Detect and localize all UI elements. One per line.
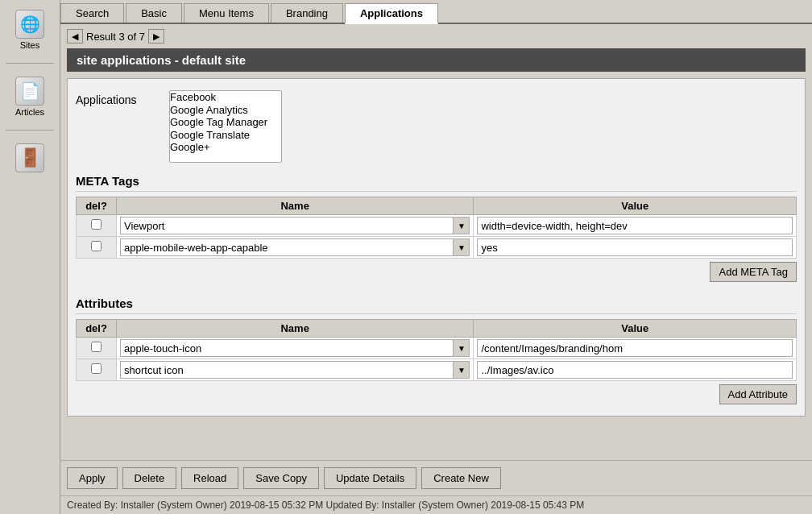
add-meta-tag-button[interactable]: Add META Tag xyxy=(710,262,797,282)
attr-row2-name-input[interactable] xyxy=(120,361,454,379)
sidebar-divider-1 xyxy=(6,63,54,64)
meta-row2-dropdown-btn[interactable]: ▼ xyxy=(454,238,470,256)
app-option-google-analytics[interactable]: Google Analytics xyxy=(170,104,281,117)
sidebar-sites-label: Sites xyxy=(20,40,39,50)
result-nav: ◀ Result 3 of 7 ▶ xyxy=(60,24,812,48)
meta-row2-name-wrapper: ▼ xyxy=(120,238,470,256)
attr-row2-dropdown-btn[interactable]: ▼ xyxy=(454,361,470,379)
applications-panel: Applications Facebook Google Analytics G… xyxy=(67,78,806,417)
add-attribute-row: Add Attribute xyxy=(76,381,797,408)
table-row: ▼ xyxy=(77,237,797,259)
footer-text: Created By: Installer (System Owner) 201… xyxy=(67,499,584,511)
app-option-facebook[interactable]: Facebook xyxy=(170,91,281,104)
attributes-heading: Attributes xyxy=(76,292,797,314)
sidebar-articles-label: Articles xyxy=(15,107,44,117)
attr-row1-dropdown-btn[interactable]: ▼ xyxy=(454,339,470,357)
meta-row2-value-input[interactable] xyxy=(477,238,793,256)
meta-row2-name-input[interactable] xyxy=(120,238,454,256)
attr-row1-checkbox[interactable] xyxy=(91,342,102,352)
table-row: ▼ xyxy=(77,359,797,381)
reload-button[interactable]: Reload xyxy=(181,467,238,489)
attr-row1-del xyxy=(77,338,117,359)
meta-col-value: Value xyxy=(474,197,797,215)
meta-row1-value-input[interactable] xyxy=(477,217,793,234)
exit-icon: 🚪 xyxy=(15,143,44,172)
meta-row1-name-wrapper: ▼ xyxy=(120,217,470,234)
meta-col-name: Name xyxy=(117,197,474,215)
update-details-button[interactable]: Update Details xyxy=(324,467,416,489)
main-area: Search Basic Menu Items Branding Applica… xyxy=(60,0,812,514)
attr-col-value: Value xyxy=(474,320,797,338)
attributes-section: Attributes del? Name Value xyxy=(76,292,797,408)
tab-menu-items[interactable]: Menu Items xyxy=(184,3,269,23)
attr-row2-del xyxy=(77,359,117,381)
app-option-google-translate[interactable]: Google Translate xyxy=(170,129,281,142)
sidebar-item-articles[interactable]: 📄 Articles xyxy=(4,73,56,120)
attr-row2-checkbox[interactable] xyxy=(91,363,102,374)
meta-row2-value-cell xyxy=(474,237,797,259)
footer: Created By: Installer (System Owner) 201… xyxy=(60,495,812,514)
attr-row1-value-input[interactable] xyxy=(477,339,793,357)
tab-basic[interactable]: Basic xyxy=(126,3,182,23)
attr-row1-value-cell xyxy=(474,338,797,359)
meta-row1-del xyxy=(77,215,117,237)
app-option-google-plus[interactable]: Google+ xyxy=(170,141,281,154)
sites-icon: 🌐 xyxy=(15,10,44,39)
attr-row2-name-cell: ▼ xyxy=(117,359,474,381)
tab-applications[interactable]: Applications xyxy=(345,3,438,24)
meta-row1-dropdown-btn[interactable]: ▼ xyxy=(454,217,470,234)
result-count: Result 3 of 7 xyxy=(86,31,145,43)
articles-icon: 📄 xyxy=(15,77,44,106)
table-row: ▼ xyxy=(77,338,797,359)
page-title: site applications - default site xyxy=(67,48,806,72)
attributes-table: del? Name Value ▼ xyxy=(76,319,797,381)
table-row: ▼ xyxy=(77,215,797,237)
add-meta-tag-row: Add META Tag xyxy=(76,259,797,285)
attr-col-del: del? xyxy=(77,320,117,338)
prev-button[interactable]: ◀ xyxy=(67,29,83,44)
attr-row1-name-cell: ▼ xyxy=(117,338,474,359)
create-new-button[interactable]: Create New xyxy=(421,467,501,489)
save-copy-button[interactable]: Save Copy xyxy=(243,467,319,489)
meta-row1-checkbox[interactable] xyxy=(91,219,102,230)
attr-col-name: Name xyxy=(117,320,474,338)
applications-row: Applications Facebook Google Analytics G… xyxy=(76,87,797,169)
meta-row2-name-cell: ▼ xyxy=(117,237,474,259)
attr-row2-name-wrapper: ▼ xyxy=(120,361,470,379)
app-option-google-tag-manager[interactable]: Google Tag Manager xyxy=(170,116,281,129)
sidebar-item-sites[interactable]: 🌐 Sites xyxy=(4,6,56,53)
sidebar-item-exit[interactable]: 🚪 xyxy=(4,140,56,176)
meta-tags-heading: META Tags xyxy=(76,169,797,192)
sidebar-divider-2 xyxy=(6,130,54,131)
sidebar: 🌐 Sites 📄 Articles 🚪 xyxy=(0,0,60,514)
meta-row1-value-cell xyxy=(474,215,797,237)
meta-row2-checkbox[interactable] xyxy=(91,241,102,251)
applications-listbox[interactable]: Facebook Google Analytics Google Tag Man… xyxy=(169,90,282,163)
meta-row1-name-input[interactable] xyxy=(120,217,454,234)
content-panel: site applications - default site Applica… xyxy=(60,48,812,460)
bottom-toolbar: Apply Delete Reload Save Copy Update Det… xyxy=(60,460,812,495)
next-button[interactable]: ▶ xyxy=(148,29,164,44)
meta-row1-name-cell: ▼ xyxy=(117,215,474,237)
meta-tags-section: META Tags del? Name Value xyxy=(76,169,797,285)
apply-button[interactable]: Apply xyxy=(67,467,118,489)
attr-row2-value-cell xyxy=(474,359,797,381)
attr-row1-name-wrapper: ▼ xyxy=(120,339,470,357)
meta-col-del: del? xyxy=(77,197,117,215)
meta-row2-del xyxy=(77,237,117,259)
meta-tags-table: del? Name Value ▼ xyxy=(76,197,797,259)
tab-search[interactable]: Search xyxy=(60,3,124,23)
attr-row1-name-input[interactable] xyxy=(120,339,454,357)
delete-button[interactable]: Delete xyxy=(122,467,177,489)
add-attribute-button[interactable]: Add Attribute xyxy=(719,384,797,404)
applications-label: Applications xyxy=(76,90,156,106)
applications-listbox-wrapper: Facebook Google Analytics Google Tag Man… xyxy=(169,90,282,163)
tab-bar: Search Basic Menu Items Branding Applica… xyxy=(60,0,812,24)
attr-row2-value-input[interactable] xyxy=(477,361,793,379)
tab-branding[interactable]: Branding xyxy=(271,3,343,23)
